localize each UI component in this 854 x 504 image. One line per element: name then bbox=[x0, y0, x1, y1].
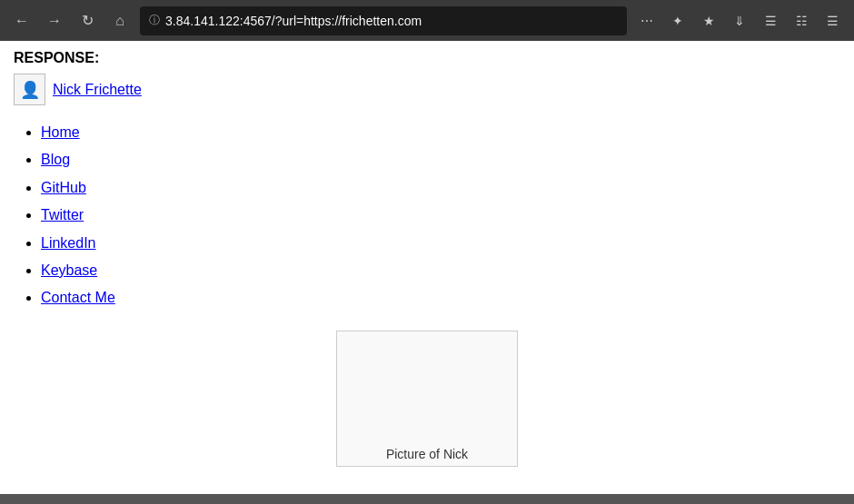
hero-section: Nick Frichette Software Developer and Se… bbox=[0, 494, 854, 504]
nick-image: Picture of Nick bbox=[336, 331, 518, 467]
nav-item-home: Home bbox=[41, 119, 840, 146]
nav-link-contact[interactable]: Contact Me bbox=[41, 290, 115, 305]
nav-item-github: GitHub bbox=[41, 174, 840, 202]
address-bar-container[interactable]: ⓘ bbox=[140, 6, 627, 35]
nav-link-keybase[interactable]: Keybase bbox=[41, 262, 97, 278]
nav-link-linkedin[interactable]: LinkedIn bbox=[41, 235, 96, 251]
browser-toolbar: ← → ↻ ⌂ ⓘ ⋯ ✦ ★ ⇓ ☰ ☷ ☰ bbox=[0, 0, 854, 41]
nav-list: Home Blog GitHub Twitter LinkedIn Keybas… bbox=[14, 119, 840, 312]
nav-link-home[interactable]: Home bbox=[41, 124, 80, 140]
browser-actions: ⋯ ✦ ★ ⇓ ☰ ☷ ☰ bbox=[634, 8, 845, 34]
home-button[interactable]: ⌂ bbox=[107, 8, 133, 34]
nick-image-caption: Picture of Nick bbox=[386, 447, 468, 461]
nav-item-linkedin: LinkedIn bbox=[41, 230, 840, 257]
nav-item-twitter: Twitter bbox=[41, 202, 840, 229]
site-header: 👤 Nick Frichette bbox=[14, 74, 840, 105]
pocket-button[interactable]: ✦ bbox=[665, 8, 690, 34]
nav-item-blog: Blog bbox=[41, 146, 840, 173]
download-button[interactable]: ⇓ bbox=[727, 8, 752, 34]
nav-link-github[interactable]: GitHub bbox=[41, 180, 86, 195]
response-label: RESPONSE: bbox=[14, 50, 840, 66]
nav-item-keybase: Keybase bbox=[41, 257, 840, 284]
refresh-button[interactable]: ↻ bbox=[74, 8, 100, 34]
nav-item-contact: Contact Me bbox=[41, 284, 840, 311]
more-options-button[interactable]: ⋯ bbox=[634, 8, 660, 34]
bookmark-button[interactable]: ★ bbox=[696, 8, 721, 34]
nav-link-twitter[interactable]: Twitter bbox=[41, 207, 84, 222]
page-content: RESPONSE: 👤 Nick Frichette Home Blog Git… bbox=[0, 41, 854, 494]
forward-button[interactable]: → bbox=[42, 8, 67, 34]
library-button[interactable]: ☰ bbox=[758, 8, 783, 34]
back-button[interactable]: ← bbox=[9, 8, 35, 34]
menu-button[interactable]: ☰ bbox=[819, 8, 845, 34]
address-bar-input[interactable] bbox=[165, 14, 618, 28]
security-icon: ⓘ bbox=[149, 13, 160, 28]
nav-link-blog[interactable]: Blog bbox=[41, 152, 70, 167]
site-title-link[interactable]: Nick Frichette bbox=[53, 82, 142, 98]
sidebar-button[interactable]: ☷ bbox=[789, 8, 814, 34]
avatar-placeholder: 👤 bbox=[14, 74, 45, 105]
